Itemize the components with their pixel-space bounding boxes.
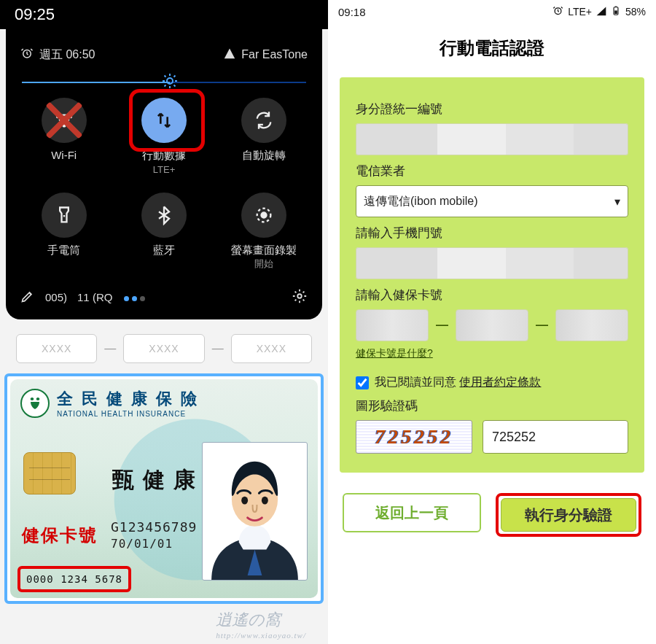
back-button[interactable]: 返回上一頁 — [343, 493, 481, 532]
watermark: 逍遙の窩http://www.xiaoyao.tw/ — [216, 609, 306, 640]
status-net: LTE+ — [568, 6, 592, 18]
annotation-red-box: 執行身分驗證 — [496, 493, 641, 537]
label-carrier: 電信業者 — [356, 163, 628, 179]
terms-link[interactable]: 使用者約定條款 — [459, 376, 541, 388]
carrier-name: Far EasTone — [241, 48, 308, 61]
label-id: 身分證統一編號 — [356, 101, 628, 117]
tile-screen-record[interactable]: 螢幕畫面錄製 開始 — [216, 193, 312, 271]
svg-rect-12 — [614, 10, 617, 14]
status-bar: 09:25 — [0, 0, 328, 29]
card-serial-highlight: 0000 1234 5678 — [17, 566, 131, 592]
tile-mobile-data[interactable]: 行動數據 LTE+ — [116, 98, 211, 176]
svg-point-5 — [297, 294, 302, 298]
page-title: 行動電話認證 — [328, 23, 656, 73]
captcha-image[interactable]: 725252 — [356, 420, 472, 454]
mobile-data-icon — [141, 98, 187, 143]
status-time: 09:25 — [15, 5, 55, 24]
gear-icon[interactable] — [292, 288, 308, 306]
brightness-icon — [161, 72, 179, 90]
svg-point-9 — [262, 497, 268, 505]
status-battery: 58% — [625, 6, 646, 18]
quick-settings-panel[interactable]: 週五 06:50 Far EasTone — [6, 29, 322, 319]
label-captcha: 圖形驗證碼 — [356, 397, 628, 414]
svg-rect-13 — [615, 6, 617, 7]
card-title-en: NATIONAL HEALTH INSURANCE — [57, 410, 206, 418]
carrier-indicator: Far EasTone — [224, 47, 308, 62]
id-input[interactable] — [356, 123, 628, 155]
edit-icon[interactable] — [20, 289, 35, 306]
battery-icon — [611, 6, 621, 18]
captcha-input[interactable]: 725252 — [483, 420, 628, 454]
card-title-zh: 全民健康保險 — [57, 388, 206, 410]
card-dob: 70/01/01 — [111, 537, 173, 551]
background-fields: XXXX — XXXX — XXXX — [0, 319, 328, 371]
verification-form: 身分證統一編號 電信業者 遠傳電信(ibon mobile) ▾ 請輸入手機門號… — [340, 77, 644, 473]
nhi-input-2[interactable] — [456, 309, 528, 341]
tile-auto-rotate[interactable]: 自動旋轉 — [216, 98, 312, 176]
signal-icon — [224, 47, 235, 62]
build-text-a: 005) — [45, 291, 67, 303]
auto-rotate-icon — [241, 98, 286, 143]
svg-point-2 — [63, 125, 65, 127]
svg-point-4 — [262, 212, 267, 217]
alarm-icon — [20, 47, 34, 63]
card-photo — [202, 442, 308, 581]
label-phone: 請輸入手機門號 — [356, 225, 628, 241]
tile-flashlight[interactable]: 手電筒 — [16, 193, 112, 271]
nhi-card-illustration: 全民健康保險 NATIONAL HEALTH INSURANCE 甄健康 G12… — [4, 373, 324, 604]
svg-point-1 — [167, 78, 173, 84]
page-dots[interactable] — [122, 291, 147, 303]
build-text-b: 11 (RQ — [77, 291, 112, 303]
screen-record-icon — [241, 193, 286, 238]
tile-wifi[interactable]: Wi-Fi — [16, 98, 112, 176]
alarm-icon — [552, 5, 563, 18]
carrier-select[interactable]: 遠傳電信(ibon mobile) ▾ — [356, 185, 628, 217]
submit-button[interactable]: 執行身分驗證 — [501, 498, 636, 532]
chip-icon — [23, 452, 76, 494]
label-nhi: 請輸入健保卡號 — [356, 287, 628, 303]
wifi-icon — [42, 98, 87, 143]
svg-point-8 — [241, 497, 248, 505]
chevron-down-icon: ▾ — [614, 195, 620, 209]
nhi-logo-icon — [20, 389, 50, 418]
card-id-number: G123456789 — [111, 519, 197, 535]
phone-input[interactable] — [356, 247, 628, 279]
signal-icon — [596, 6, 606, 18]
tile-bluetooth[interactable]: 藍牙 — [116, 193, 211, 271]
agree-text: 我已閱讀並同意 — [375, 376, 456, 388]
status-bar: 09:18 LTE+ 58% — [328, 0, 656, 23]
bluetooth-icon — [141, 193, 187, 238]
carrier-value: 遠傳電信(ibon mobile) — [364, 194, 477, 209]
nhi-input-1[interactable] — [356, 309, 429, 341]
agree-checkbox[interactable] — [356, 376, 369, 389]
alarm-indicator[interactable]: 週五 06:50 — [20, 47, 95, 63]
card-holder-name: 甄健康 — [112, 465, 204, 495]
status-time: 09:18 — [338, 6, 366, 18]
alarm-text: 週五 06:50 — [39, 47, 95, 63]
annotation-label: 健保卡號 — [22, 524, 98, 547]
nhi-hint-link[interactable]: 健保卡號是什麼? — [356, 347, 628, 360]
brightness-slider[interactable] — [16, 71, 312, 90]
nhi-input-3[interactable] — [555, 309, 628, 341]
flashlight-icon — [42, 193, 87, 238]
